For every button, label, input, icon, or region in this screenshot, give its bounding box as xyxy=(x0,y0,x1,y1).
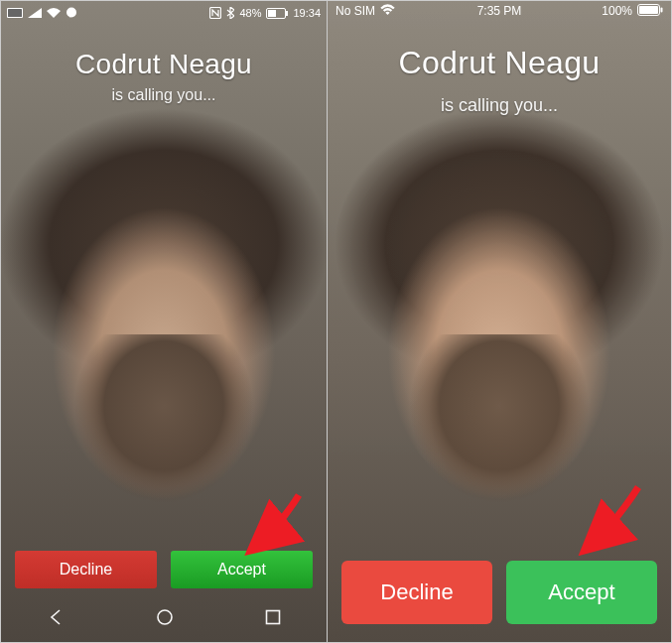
clock-text: 19:34 xyxy=(293,7,321,19)
accept-button[interactable]: Accept xyxy=(171,551,313,588)
bluetooth-icon xyxy=(226,7,234,19)
battery-icon xyxy=(266,8,288,19)
accept-label: Accept xyxy=(217,561,266,579)
svg-rect-8 xyxy=(267,611,280,624)
decline-label: Decline xyxy=(60,561,112,579)
nfc-icon xyxy=(209,7,221,19)
caller-name: Codrut Neagu xyxy=(328,45,671,81)
nav-back-button[interactable] xyxy=(46,607,66,631)
decline-button[interactable]: Decline xyxy=(341,561,492,624)
call-subtitle: is calling you... xyxy=(1,86,327,104)
clock-text: 7:35 PM xyxy=(328,4,671,18)
svg-rect-5 xyxy=(286,11,288,16)
svg-point-7 xyxy=(158,610,172,624)
accept-label: Accept xyxy=(548,579,614,605)
volte-icon xyxy=(7,8,23,18)
call-header: Codrut Neagu is calling you... xyxy=(1,49,327,104)
svg-rect-1 xyxy=(8,9,22,17)
caller-name: Codrut Neagu xyxy=(1,49,327,80)
android-nav-bar xyxy=(1,596,327,642)
accept-button[interactable]: Accept xyxy=(506,561,657,624)
call-subtitle: is calling you... xyxy=(328,95,671,116)
ios-status-bar: No SIM 7:35 PM 100% xyxy=(328,1,671,21)
ios-screenshot: No SIM 7:35 PM 100% Codrut Neagu is call… xyxy=(328,1,671,642)
svg-rect-6 xyxy=(268,10,276,17)
call-actions: Decline Accept xyxy=(1,551,327,588)
android-status-bar: 48% 19:34 xyxy=(1,1,327,25)
signal-icon xyxy=(28,8,42,18)
call-header: Codrut Neagu is calling you... xyxy=(328,45,671,116)
battery-text: 48% xyxy=(239,7,261,19)
wifi-icon xyxy=(47,8,61,18)
messenger-icon xyxy=(66,7,77,19)
android-screenshot: 48% 19:34 Codrut Neagu is calling you...… xyxy=(1,1,328,642)
nav-home-button[interactable] xyxy=(155,607,175,631)
decline-label: Decline xyxy=(380,579,453,605)
nav-recents-button[interactable] xyxy=(264,608,282,630)
decline-button[interactable]: Decline xyxy=(15,551,157,588)
call-actions: Decline Accept xyxy=(328,561,671,624)
